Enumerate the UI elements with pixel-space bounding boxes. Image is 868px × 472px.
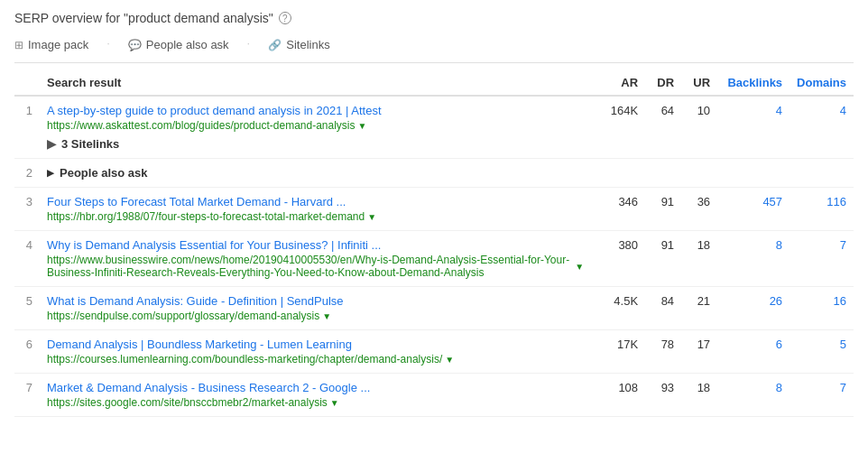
backlinks-value[interactable]: 6 xyxy=(717,330,790,374)
row-num: 2 xyxy=(14,159,40,188)
table-row: 7 Market & Demand Analysis - Business Re… xyxy=(14,374,854,417)
domains-value[interactable]: 16 xyxy=(790,287,854,330)
url-dropdown-icon[interactable]: ▼ xyxy=(322,311,331,321)
sitelinks-arrow-icon: ▶ xyxy=(47,137,56,151)
tab-people-also-ask[interactable]: 💬 People also ask xyxy=(128,36,229,53)
paa-expand[interactable]: ▶ People also ask xyxy=(47,166,846,180)
result-url-text: https://courses.lumenlearning.com/boundl… xyxy=(47,353,442,366)
sitelinks-label[interactable]: ▶ 3 Sitelinks xyxy=(47,137,584,151)
result-url-row: https://sites.google.com/site/bnsccbmebr… xyxy=(47,396,584,409)
result-url-text: https://sendpulse.com/support/glossary/d… xyxy=(47,310,319,322)
dr-value: 91 xyxy=(645,231,681,287)
result-url-text: https://www.askattest.com/blog/guides/pr… xyxy=(47,119,356,132)
url-dropdown-icon[interactable]: ▼ xyxy=(358,121,367,131)
tab-people-also-ask-label: People also ask xyxy=(146,38,229,51)
results-table: Search result AR DR UR Backlinks Domains… xyxy=(14,70,854,417)
col-header-ar: AR xyxy=(591,70,645,96)
table-row: 5 What is Demand Analysis: Guide - Defin… xyxy=(14,287,854,330)
result-url-text: https://hbr.org/1988/07/four-steps-to-fo… xyxy=(47,210,365,223)
col-header-domains: Domains xyxy=(790,70,854,96)
page-title-text: SERP overview for "product demand analys… xyxy=(14,11,273,25)
result-url-row: https://sendpulse.com/support/glossary/d… xyxy=(47,310,584,322)
url-dropdown-icon[interactable]: ▼ xyxy=(575,262,584,272)
ar-value: 380 xyxy=(591,231,645,287)
domains-value[interactable]: 4 xyxy=(790,96,854,159)
result-cell: What is Demand Analysis: Guide - Definit… xyxy=(40,287,591,330)
ar-value: 108 xyxy=(591,374,645,417)
backlinks-value[interactable]: 8 xyxy=(717,231,790,287)
result-title-link[interactable]: What is Demand Analysis: Guide - Definit… xyxy=(47,294,344,308)
backlinks-value[interactable]: 457 xyxy=(717,188,790,231)
ur-value: 18 xyxy=(681,374,717,417)
result-url-row: https://courses.lumenlearning.com/boundl… xyxy=(47,353,584,366)
url-dropdown-icon[interactable]: ▼ xyxy=(367,212,376,222)
ur-value: 36 xyxy=(681,188,717,231)
tab-sitelinks-label: Sitelinks xyxy=(286,38,329,51)
row-num: 5 xyxy=(14,287,40,330)
ar-value: 4.5K xyxy=(591,287,645,330)
table-row: 1 A step-by-step guide to product demand… xyxy=(14,96,854,159)
image-pack-icon: ⊞ xyxy=(14,39,23,51)
url-dropdown-icon[interactable]: ▼ xyxy=(445,355,454,365)
tab-separator-2: · xyxy=(247,36,251,53)
result-title-link[interactable]: A step-by-step guide to product demand a… xyxy=(47,104,382,117)
result-title-link[interactable]: Market & Demand Analysis - Business Rese… xyxy=(47,381,370,394)
col-header-dr: DR xyxy=(645,70,681,96)
tab-image-pack[interactable]: ⊞ Image pack xyxy=(14,36,88,53)
sitelinks-count-label: 3 Sitelinks xyxy=(61,137,119,151)
tabs-bar: ⊞ Image pack · 💬 People also ask · 🔗 Sit… xyxy=(14,36,854,63)
row-num: 3 xyxy=(14,188,40,231)
help-icon[interactable]: ? xyxy=(279,12,291,24)
dr-value: 64 xyxy=(645,96,681,159)
col-header-search-result: Search result xyxy=(40,70,591,96)
backlinks-value[interactable]: 26 xyxy=(717,287,790,330)
ar-value: 164K xyxy=(591,96,645,159)
result-cell: Why is Demand Analysis Essential for You… xyxy=(40,231,591,287)
table-header-row: Search result AR DR UR Backlinks Domains xyxy=(14,70,854,96)
ur-value: 17 xyxy=(681,330,717,374)
result-url-row: https://www.businesswire.com/news/home/2… xyxy=(47,254,584,279)
result-cell: A step-by-step guide to product demand a… xyxy=(40,96,591,159)
sitelinks-expand[interactable]: ▶ 3 Sitelinks xyxy=(47,137,584,151)
result-title-link[interactable]: Four Steps to Forecast Total Market Dema… xyxy=(47,195,346,208)
result-url-text: https://sites.google.com/site/bnsccbmebr… xyxy=(47,396,328,409)
ur-value: 21 xyxy=(681,287,717,330)
sitelinks-icon: 🔗 xyxy=(268,39,282,51)
result-title-link[interactable]: Demand Analysis | Boundless Marketing - … xyxy=(47,338,352,351)
row-num: 6 xyxy=(14,330,40,374)
domains-value[interactable]: 7 xyxy=(790,374,854,417)
result-cell: Four Steps to Forecast Total Market Dema… xyxy=(40,188,591,231)
ar-value: 17K xyxy=(591,330,645,374)
ur-value: 10 xyxy=(681,96,717,159)
dr-value: 93 xyxy=(645,374,681,417)
dr-value: 78 xyxy=(645,330,681,374)
table-row: 6 Demand Analysis | Boundless Marketing … xyxy=(14,330,854,374)
row-num: 7 xyxy=(14,374,40,417)
domains-value[interactable]: 7 xyxy=(790,231,854,287)
domains-value[interactable]: 5 xyxy=(790,330,854,374)
people-also-ask-icon: 💬 xyxy=(128,39,142,51)
result-cell: Market & Demand Analysis - Business Rese… xyxy=(40,374,591,417)
result-title-link[interactable]: Why is Demand Analysis Essential for You… xyxy=(47,238,381,252)
row-num: 1 xyxy=(14,96,40,159)
col-header-backlinks: Backlinks xyxy=(717,70,790,96)
domains-value[interactable]: 116 xyxy=(790,188,854,231)
ur-value: 18 xyxy=(681,231,717,287)
dr-value: 84 xyxy=(645,287,681,330)
table-row: 4 Why is Demand Analysis Essential for Y… xyxy=(14,231,854,287)
tab-sitelinks[interactable]: 🔗 Sitelinks xyxy=(268,36,329,53)
backlinks-value[interactable]: 8 xyxy=(717,374,790,417)
row-num: 4 xyxy=(14,231,40,287)
table-row: 3 Four Steps to Forecast Total Market De… xyxy=(14,188,854,231)
paa-cell: ▶ People also ask xyxy=(40,159,854,188)
backlinks-value[interactable]: 4 xyxy=(717,96,790,159)
tab-separator-1: · xyxy=(106,36,110,53)
url-dropdown-icon[interactable]: ▼ xyxy=(330,398,339,408)
result-cell: Demand Analysis | Boundless Marketing - … xyxy=(40,330,591,374)
table-row: 2 ▶ People also ask xyxy=(14,159,854,188)
page-title-bar: SERP overview for "product demand analys… xyxy=(14,11,854,25)
result-url-row: https://www.askattest.com/blog/guides/pr… xyxy=(47,119,584,132)
col-header-ur: UR xyxy=(681,70,717,96)
paa-arrow-icon: ▶ xyxy=(47,168,54,178)
col-header-num xyxy=(14,70,40,96)
